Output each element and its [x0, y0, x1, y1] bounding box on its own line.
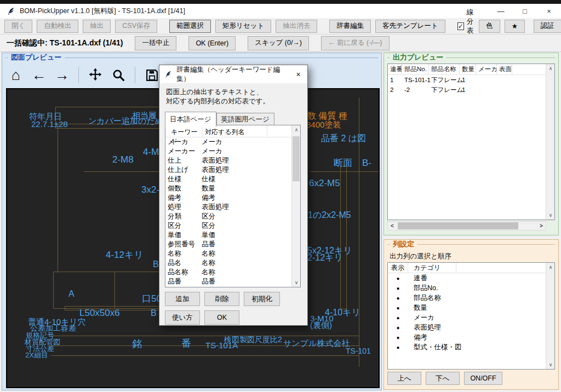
col-header-seq[interactable]: 連番 [388, 64, 402, 74]
visible-bullet-icon[interactable]: ● [388, 295, 408, 301]
move-up-button[interactable]: 上へ [387, 372, 421, 385]
scroll-up-icon[interactable]: ∧ [546, 64, 555, 73]
scrollbar-thumb[interactable] [293, 136, 300, 181]
keyword-cell: 仕上げ [165, 165, 199, 175]
dict-table-row[interactable]: 品名 名称 [165, 258, 290, 268]
dict-table-row[interactable]: 処理 表面処理 [165, 203, 290, 212]
scroll-up-icon[interactable]: ∧ [292, 125, 301, 134]
column-vertical-scrollbar[interactable]: ∧ ∨ [546, 263, 554, 369]
scroll-right-icon[interactable]: > [537, 222, 546, 230]
output-horizontal-scrollbar[interactable]: < > [387, 221, 546, 230]
csv-save-button[interactable]: CSV保存 [115, 20, 157, 33]
dict-table[interactable]: キーワード 対応する列名 メーカ メーカ メーカー メーカ 仕上 表面処理 仕上… [165, 125, 301, 287]
toolbar-separator [135, 67, 135, 83]
visible-bullet-icon[interactable]: ● [388, 335, 408, 341]
col-header-qty[interactable]: 数量 [460, 64, 476, 74]
visible-bullet-icon[interactable]: ● [388, 344, 408, 350]
col-header-category[interactable]: カテゴリ [408, 263, 456, 273]
dict-table-row[interactable]: 個数 数量 [165, 184, 290, 193]
home-icon[interactable]: ⌂ [8, 66, 24, 84]
ok-enter-button[interactable]: OK (Enter) [188, 36, 236, 50]
column-list[interactable]: 表示 カテゴリ ● 連番 ● 部品No. ● 部品名称 ● 数量 ● メーカ ●… [387, 262, 555, 370]
rect-reset-button[interactable]: 矩形リセット [215, 20, 271, 33]
visible-bullet-icon[interactable]: ● [388, 275, 408, 281]
column-list-row[interactable]: ● メーカ [388, 313, 554, 322]
color-button[interactable]: 色 [479, 20, 500, 33]
dict-table-row[interactable]: 品名称 名称 [165, 268, 290, 277]
ok-button[interactable]: OK [204, 310, 239, 325]
scroll-down-icon[interactable]: ∨ [292, 278, 301, 287]
dict-table-row[interactable]: 分類 区分 [165, 212, 290, 221]
col-header-surface[interactable]: 表面 [497, 64, 512, 74]
column-list-row[interactable]: ● 備考 [388, 332, 554, 342]
visible-bullet-icon[interactable]: ● [388, 325, 408, 331]
dict-table-row[interactable]: 参照番号 品番 [165, 240, 290, 249]
auth-button[interactable]: 認証 [534, 20, 561, 33]
auto-detect-button[interactable]: 自動検出 [37, 20, 78, 33]
skip-button[interactable]: スキップ (0/→) [248, 36, 309, 50]
visible-bullet-icon[interactable]: ● [388, 315, 408, 321]
range-select-button[interactable]: 範囲選択 [169, 20, 211, 33]
column-list-row[interactable]: ● 部品No. [388, 283, 554, 293]
forward-arrow-icon[interactable]: → [54, 66, 70, 84]
scroll-down-icon[interactable]: ∨ [546, 360, 555, 369]
scroll-up-icon[interactable]: ∧ [546, 263, 555, 272]
go-back-button[interactable]: ← 前に戻る (-/—) [321, 36, 390, 50]
col-header-part-name[interactable]: 部品名称 [429, 64, 460, 74]
customer-template-button[interactable]: 客先テンプレート [375, 20, 445, 33]
dict-edit-button[interactable]: 辞書編集 [329, 20, 371, 33]
tab-japanese-page[interactable]: 日本語ページ [165, 112, 216, 127]
scrollbar-thumb[interactable] [398, 222, 518, 229]
dict-table-row[interactable]: 品番 品番 [165, 277, 290, 286]
extract-button[interactable]: 抽出 [83, 20, 111, 33]
output-table[interactable]: 連番 部品No. 部品名称 数量 メーカ 表面 1 TS-101-1 下フレーム… [387, 64, 555, 220]
col-header-maker[interactable]: メーカ [476, 64, 497, 74]
col-header-visible[interactable]: 表示 [388, 263, 408, 273]
visible-bullet-icon[interactable]: ● [388, 305, 408, 311]
output-table-row[interactable]: 1 TS-101-1 下フレーム 1 [388, 75, 554, 85]
column-list-row[interactable]: ● 型式・仕様・図 [388, 342, 554, 352]
open-button[interactable]: 開く [4, 20, 32, 33]
dict-vertical-scrollbar[interactable]: ∧ ∨ [291, 125, 300, 287]
back-arrow-icon[interactable]: ← [31, 66, 47, 84]
zoom-icon[interactable] [110, 66, 127, 84]
scroll-left-icon[interactable]: < [388, 222, 397, 230]
dict-table-row[interactable]: 単価 単価 [165, 230, 290, 240]
dict-table-row[interactable]: メーカ メーカ [165, 137, 290, 147]
move-down-button[interactable]: 下へ [426, 372, 460, 385]
howto-button[interactable]: 使い方 [165, 310, 200, 325]
checkbox-checked-icon[interactable]: ✓ [457, 22, 464, 30]
scroll-down-icon[interactable]: ∨ [546, 211, 555, 220]
save-icon[interactable] [144, 66, 160, 84]
column-list-row[interactable]: ● 部品名称 [388, 293, 554, 303]
dict-table-row[interactable]: 仕上 表面処理 [165, 156, 290, 165]
visible-bullet-icon[interactable]: ● [388, 285, 408, 291]
maximize-button[interactable]: □ [513, 4, 537, 18]
col-header-part-no[interactable]: 部品No. [402, 64, 429, 74]
dict-table-row[interactable]: 仕様 仕様 [165, 175, 290, 184]
init-button[interactable]: 初期化 [244, 292, 280, 306]
batch-cancel-button[interactable]: 一括中止 [135, 36, 176, 50]
delete-button[interactable]: 削除 [204, 292, 239, 306]
extract-clear-button[interactable]: 抽出消去 [276, 20, 317, 33]
add-button[interactable]: 追加 [165, 292, 200, 306]
column-list-rows: ● 連番 ● 部品No. ● 部品名称 ● 数量 ● メーカ ● 表面処理 ● … [388, 273, 554, 352]
column-list-row[interactable]: ● 数量 [388, 303, 554, 313]
onoff-button[interactable]: ON/OFF [464, 372, 502, 385]
column-list-row[interactable]: ● 連番 [388, 273, 554, 283]
dict-table-row[interactable]: 仕上げ 表面処理 [165, 165, 290, 175]
col-header-keyword[interactable]: キーワード [165, 125, 203, 137]
dict-table-row[interactable]: メーカー メーカ [165, 147, 290, 156]
minimize-button[interactable]: — [489, 4, 513, 18]
output-table-row[interactable]: 2 -2 下フレーム 1 [388, 85, 554, 95]
star-button[interactable]: ★ [505, 20, 525, 33]
close-button[interactable]: × [537, 4, 561, 18]
dict-table-row[interactable]: 区分 区分 [165, 221, 290, 230]
dict-table-row[interactable]: 名称 名称 [165, 249, 290, 258]
dialog-close-icon[interactable]: × [289, 65, 307, 83]
output-vertical-scrollbar[interactable]: ∧ ∨ [546, 64, 554, 220]
pan-move-icon[interactable] [87, 66, 104, 84]
dict-table-row[interactable]: 備考 備考 [165, 193, 290, 203]
col-header-mapped-column[interactable]: 対応する列名 [203, 125, 267, 137]
column-list-row[interactable]: ● 表面処理 [388, 322, 554, 332]
